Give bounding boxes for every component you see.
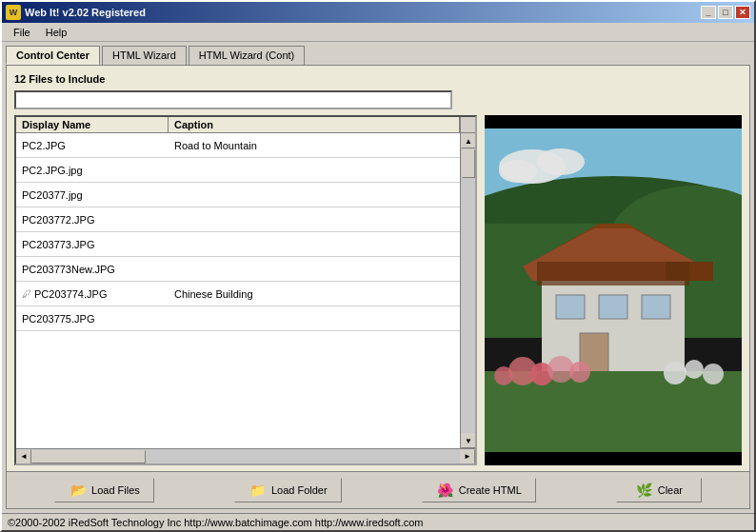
cell-name: PC2.JPG xyxy=(16,138,169,153)
minimize-button[interactable]: _ xyxy=(701,6,716,19)
scroll-track[interactable] xyxy=(461,148,475,433)
table-row[interactable]: PC203775.JPG xyxy=(16,306,460,331)
load-files-button[interactable]: 📂 Load Files xyxy=(54,478,154,502)
title-bar-left: W Web It! v2.02 Registered xyxy=(6,5,146,20)
cell-name: PC2.JPG.jpg xyxy=(16,163,169,178)
clear-label: Clear xyxy=(658,484,683,496)
status-text: ©2000-2002 iRedSoft Technology Inc http:… xyxy=(8,517,424,528)
scroll-down-button[interactable]: ▼ xyxy=(461,433,475,448)
cell-caption xyxy=(169,168,460,172)
tab-html-wizard[interactable]: HTML Wizard xyxy=(102,46,187,65)
cell-name: 🖊 PC203774.JPG xyxy=(16,286,169,302)
row-icon: 🖊 xyxy=(22,288,31,299)
create-html-label: Create HTML xyxy=(459,484,522,496)
load-folder-label: Load Folder xyxy=(271,484,328,496)
cell-name: PC203773.JPG xyxy=(16,237,169,252)
status-bar: ©2000-2002 iRedSoft Technology Inc http:… xyxy=(2,513,754,530)
menu-help[interactable]: Help xyxy=(38,25,75,40)
menu-bar: File Help xyxy=(2,23,754,42)
table-row[interactable]: PC20377.jpg xyxy=(16,183,460,207)
cell-caption xyxy=(169,193,460,197)
menu-file[interactable]: File xyxy=(6,25,38,40)
search-input[interactable] xyxy=(14,90,452,109)
scroll-right-button[interactable]: ► xyxy=(460,449,475,464)
create-html-icon: 🌺 xyxy=(436,483,455,498)
col-display-name: Display Name xyxy=(16,117,169,132)
cell-caption xyxy=(169,317,460,321)
load-folder-icon: 📁 xyxy=(249,483,268,498)
table-row[interactable]: PC2.JPG Road to Mountain xyxy=(16,133,460,158)
title-buttons: _ □ ✕ xyxy=(701,6,750,19)
file-table: Display Name Caption PC2.JPG Road to Mou… xyxy=(14,115,477,465)
clear-icon: 🌿 xyxy=(635,483,654,498)
title-bar: W Web It! v2.02 Registered _ □ ✕ xyxy=(2,2,754,23)
cell-name: PC203775.JPG xyxy=(16,311,169,326)
scroll-left-button[interactable]: ◄ xyxy=(16,449,31,464)
table-row[interactable]: PC203773New.JPG xyxy=(16,257,460,282)
vertical-scrollbar[interactable]: ▲ ▼ xyxy=(460,133,475,448)
bottom-buttons: 📂 Load Files 📁 Load Folder 🌺 Create HTML… xyxy=(7,471,749,508)
svg-rect-27 xyxy=(485,128,742,452)
cell-name: PC20377.jpg xyxy=(16,187,169,203)
window-title: Web It! v2.02 Registered xyxy=(25,7,146,18)
app-icon: W xyxy=(6,5,21,20)
maximize-button[interactable]: □ xyxy=(718,6,733,19)
cell-caption xyxy=(169,243,460,246)
cell-caption: Road to Mountain xyxy=(169,138,460,153)
table-row[interactable]: PC203773.JPG xyxy=(16,232,460,257)
main-window: W Web It! v2.02 Registered _ □ ✕ File He… xyxy=(0,0,756,532)
close-button[interactable]: ✕ xyxy=(735,6,750,19)
tab-bar: Control Center HTML Wizard HTML Wizard (… xyxy=(2,42,754,65)
load-files-icon: 📂 xyxy=(69,483,88,498)
load-folder-button[interactable]: 📁 Load Folder xyxy=(234,478,342,502)
tab-html-wizard-cont[interactable]: HTML Wizard (Cont) xyxy=(189,46,305,65)
table-row[interactable]: PC203772.JPG xyxy=(16,207,460,232)
table-body: PC2.JPG Road to Mountain PC2.JPG.jpg PC2… xyxy=(16,133,460,448)
files-label: 12 Files to Include xyxy=(14,73,742,85)
tab-control-center[interactable]: Control Center xyxy=(6,46,100,65)
h-scroll-thumb[interactable] xyxy=(31,450,146,463)
main-content: 12 Files to Include Display Name Caption xyxy=(6,65,750,509)
cell-caption xyxy=(169,218,460,222)
scroll-up-button[interactable]: ▲ xyxy=(461,133,475,148)
load-files-label: Load Files xyxy=(91,484,140,496)
cell-caption xyxy=(169,267,460,271)
image-preview xyxy=(485,115,742,465)
table-header: Display Name Caption xyxy=(16,117,475,133)
table-and-image: Display Name Caption PC2.JPG Road to Mou… xyxy=(14,115,742,465)
cell-name: PC203772.JPG xyxy=(16,212,169,227)
horizontal-scrollbar[interactable]: ◄ ► xyxy=(16,448,475,463)
table-row[interactable]: PC2.JPG.jpg xyxy=(16,158,460,183)
table-row[interactable]: 🖊 PC203774.JPG Chinese Building xyxy=(16,282,460,306)
clear-button[interactable]: 🌿 Clear xyxy=(616,478,702,502)
col-caption: Caption xyxy=(169,117,460,132)
h-scroll-track[interactable] xyxy=(31,449,460,464)
cell-caption: Chinese Building xyxy=(169,286,460,302)
cell-name: PC203773New.JPG xyxy=(16,262,169,277)
scroll-thumb[interactable] xyxy=(462,149,475,178)
create-html-button[interactable]: 🌺 Create HTML xyxy=(422,478,536,502)
